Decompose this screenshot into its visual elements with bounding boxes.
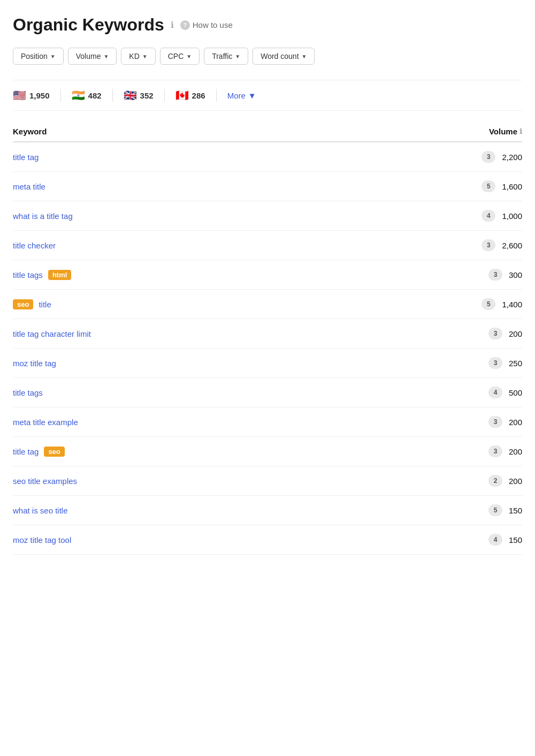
col-volume-label: Volume [489,127,517,136]
num-badge: 5 [488,504,502,516]
flag-gb[interactable]: 🇬🇧 352 [124,89,165,102]
more-button[interactable]: More ▼ [227,91,256,100]
keyword-cell: moz title tag tool [13,535,469,545]
num-badge: 3 [482,239,495,251]
volume-value: 250 [509,359,522,368]
flag-ca[interactable]: 🇨🇦 286 [175,89,217,102]
filter-cpc-arrow: ▼ [186,54,192,59]
num-badge: 3 [488,269,502,281]
table-row: title tags 4 500 [13,378,522,407]
keyword-link[interactable]: moz title tag [13,359,56,368]
table-header: Keyword Volume ℹ [13,122,522,142]
filter-cpc-label: CPC [168,52,184,61]
flag-us[interactable]: 🇺🇸 1,950 [13,89,61,102]
keyword-link[interactable]: title [39,300,51,309]
how-to-use-label: How to use [193,20,233,29]
num-badge: 3 [488,357,502,369]
keyword-cell: seo title examples [13,477,469,486]
filter-volume[interactable]: Volume ▼ [68,48,117,65]
keyword-cell: meta title [13,182,469,191]
keyword-link[interactable]: meta title [13,182,45,191]
num-badge: 3 [488,445,502,457]
volume-value: 1,400 [502,300,522,309]
keyword-link[interactable]: seo title examples [13,477,77,486]
volume-value: 2,600 [502,241,522,250]
keyword-cell: title checker [13,241,469,250]
volume-cell: 5 1,400 [469,298,522,310]
seo-badge: seo [13,299,33,309]
flag-in[interactable]: 🇮🇳 482 [72,89,113,102]
volume-cell: 4 500 [469,387,522,398]
flag-us-emoji: 🇺🇸 [13,89,26,102]
keywords-table: Keyword Volume ℹ title tag 3 2,200 meta … [13,122,522,555]
page-title: Organic Keywords [13,15,164,35]
col-header-keyword: Keyword [13,127,469,136]
keyword-link[interactable]: moz title tag tool [13,535,71,545]
more-arrow-icon: ▼ [248,91,256,100]
filter-position-arrow: ▼ [50,54,56,59]
filter-position[interactable]: Position ▼ [13,48,64,65]
volume-cell: 4 1,000 [469,210,522,222]
num-badge: 3 [488,416,502,428]
volume-value: 200 [509,329,522,338]
volume-cell: 2 200 [469,475,522,487]
num-badge: 3 [488,328,502,339]
keyword-link[interactable]: title tag [13,447,39,456]
table-row: moz title tag tool 4 150 [13,525,522,555]
flag-ca-emoji: 🇨🇦 [175,89,189,102]
filter-traffic-arrow: ▼ [235,54,240,59]
volume-value: 1,600 [502,182,522,191]
keyword-link[interactable]: what is seo title [13,506,68,515]
table-row: what is a title tag 4 1,000 [13,201,522,231]
question-icon: ? [180,20,190,30]
filter-traffic[interactable]: Traffic ▼ [204,48,248,65]
keyword-link[interactable]: title tag [13,153,39,162]
num-badge: 4 [488,387,502,398]
html-badge: html [48,270,71,280]
keyword-link[interactable]: meta title example [13,418,78,427]
volume-value: 150 [509,506,522,515]
keyword-link[interactable]: title tags [13,270,43,279]
flag-in-emoji: 🇮🇳 [72,89,85,102]
table-row: title tags html 3 300 [13,260,522,290]
keyword-link[interactable]: title tag character limit [13,329,91,338]
keyword-link[interactable]: title tags [13,388,43,397]
flag-in-count: 482 [88,91,102,100]
flag-gb-emoji: 🇬🇧 [124,89,137,102]
table-row: title checker 3 2,600 [13,231,522,260]
keyword-cell: what is seo title [13,506,469,515]
filter-kd-arrow: ▼ [142,54,148,59]
volume-value: 2,200 [502,153,522,162]
filter-volume-label: Volume [76,52,101,61]
page-header: Organic Keywords ℹ ? How to use [13,15,522,35]
keyword-link[interactable]: title checker [13,241,56,250]
seo-badge: seo [44,447,64,457]
flag-ca-count: 286 [192,91,205,100]
more-label: More [227,91,246,100]
table-row: meta title 5 1,600 [13,172,522,201]
num-badge: 3 [482,151,495,163]
table-row: what is seo title 5 150 [13,496,522,525]
keyword-cell: title tag character limit [13,329,469,338]
filter-kd[interactable]: KD ▼ [121,48,155,65]
filter-word-count[interactable]: Word count ▼ [253,48,315,65]
filter-kd-label: KD [129,52,139,61]
keyword-cell: title tag [13,153,469,162]
info-icon[interactable]: ℹ [171,20,174,30]
keyword-link[interactable]: what is a title tag [13,211,73,221]
flag-row: 🇺🇸 1,950 🇮🇳 482 🇬🇧 352 🇨🇦 286 More ▼ [13,80,522,111]
volume-info-icon[interactable]: ℹ [519,127,522,135]
table-row: seo title examples 2 200 [13,466,522,496]
table-row: title tag seo 3 200 [13,437,522,466]
volume-cell: 3 2,200 [469,151,522,163]
filter-position-label: Position [21,52,48,61]
filter-cpc[interactable]: CPC ▼ [160,48,200,65]
volume-cell: 3 2,600 [469,239,522,251]
how-to-use-link[interactable]: ? How to use [180,20,233,30]
volume-cell: 5 1,600 [469,180,522,192]
num-badge: 2 [488,475,502,487]
volume-value: 1,000 [502,211,522,221]
filter-volume-arrow: ▼ [103,54,109,59]
keyword-cell: meta title example [13,418,469,427]
num-badge: 4 [488,534,502,546]
